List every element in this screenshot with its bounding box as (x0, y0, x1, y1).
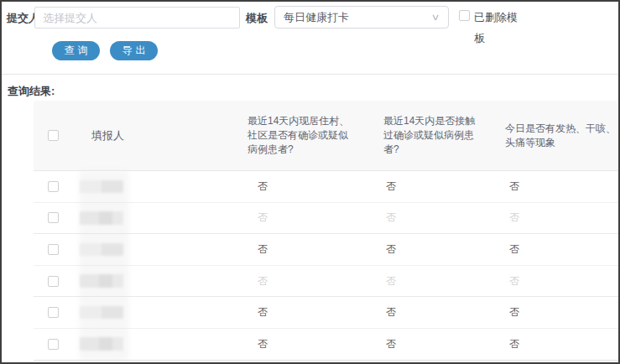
answer-cell: 否 (501, 305, 618, 320)
censored-name (80, 306, 123, 319)
answer-cell: 否 (211, 274, 379, 289)
row-checkbox[interactable] (48, 181, 59, 192)
answer-cell: 否 (501, 211, 618, 225)
table-body: 否 否 否 否 否 否 否 否 否 否 否 (34, 171, 618, 361)
reporter-cell (73, 337, 209, 351)
table-row: 否 否 否 (34, 171, 618, 203)
reporter-cell (73, 180, 209, 193)
answer-cell: 否 (379, 211, 501, 225)
row-checkbox[interactable] (48, 307, 59, 318)
column-header-reporter: 填报人 (73, 120, 209, 151)
answer-cell: 否 (379, 179, 501, 194)
censored-name (80, 180, 123, 193)
reporter-cell (73, 306, 209, 319)
censored-name (80, 337, 123, 351)
answer-cell: 否 (211, 305, 379, 320)
answer-cell: 否 (379, 274, 501, 289)
column-header-question2: 最近14天内是否接触过确诊或疑似病例患者? (379, 106, 501, 165)
results-table: 填报人 最近14天内现居住村、社区是否有确诊或疑似病例患者? 最近14天内是否接… (34, 101, 618, 361)
answer-cell: 否 (379, 305, 501, 320)
export-button[interactable]: 导出 (110, 41, 158, 60)
row-checkbox[interactable] (48, 212, 59, 223)
template-select-value: 每日健康打卡 (275, 10, 434, 25)
censored-name (80, 274, 123, 288)
table-row: 否 否 否 (34, 329, 618, 361)
answer-cell: 否 (501, 274, 618, 289)
answer-cell: 否 (211, 211, 379, 225)
row-checkbox[interactable] (48, 244, 59, 255)
table-row: 否 否 否 (34, 266, 618, 298)
table-row: 否 否 否 (34, 297, 618, 329)
answer-cell: 否 (501, 242, 618, 257)
answer-cell: 否 (211, 337, 379, 351)
submitter-input[interactable] (34, 7, 240, 29)
reporter-cell (73, 274, 209, 288)
template-label: 模板 (246, 11, 268, 26)
table-header-row: 填报人 最近14天内现居住村、社区是否有确诊或疑似病例患者? 最近14天内是否接… (34, 101, 618, 171)
row-checkbox[interactable] (48, 276, 59, 287)
answer-cell: 否 (211, 242, 379, 257)
template-select[interactable]: 每日健康打卡 ∨ (274, 6, 449, 29)
results-section-label: 查询结果: (8, 84, 55, 99)
reporter-cell (73, 243, 209, 256)
column-header-question3: 今日是否有发热、干咳、头痛等现象 (501, 113, 618, 159)
table-row: 否 否 否 (34, 203, 618, 235)
deleted-template-label: 已删除模板 (474, 7, 521, 49)
app-window: 提交人 模板 每日健康打卡 ∨ 已删除模板 查询 导出 查询结果: 填报人 最近… (0, 0, 620, 364)
select-all-checkbox[interactable] (48, 130, 59, 141)
answer-cell: 否 (501, 179, 618, 194)
reporter-cell (73, 211, 209, 225)
censored-name (80, 211, 123, 225)
query-button[interactable]: 查询 (52, 41, 100, 60)
answer-cell: 否 (379, 242, 501, 257)
censored-name (80, 243, 123, 256)
chevron-down-icon: ∨ (431, 12, 451, 23)
column-header-question1: 最近14天内现居住村、社区是否有确诊或疑似病例患者? (211, 106, 379, 165)
answer-cell: 否 (379, 337, 501, 351)
answer-cell: 否 (501, 337, 618, 351)
answer-cell: 否 (211, 179, 379, 194)
row-checkbox[interactable] (48, 339, 59, 350)
table-row: 否 否 否 (34, 234, 618, 266)
deleted-template-checkbox[interactable] (459, 10, 470, 21)
section-divider (2, 74, 618, 75)
